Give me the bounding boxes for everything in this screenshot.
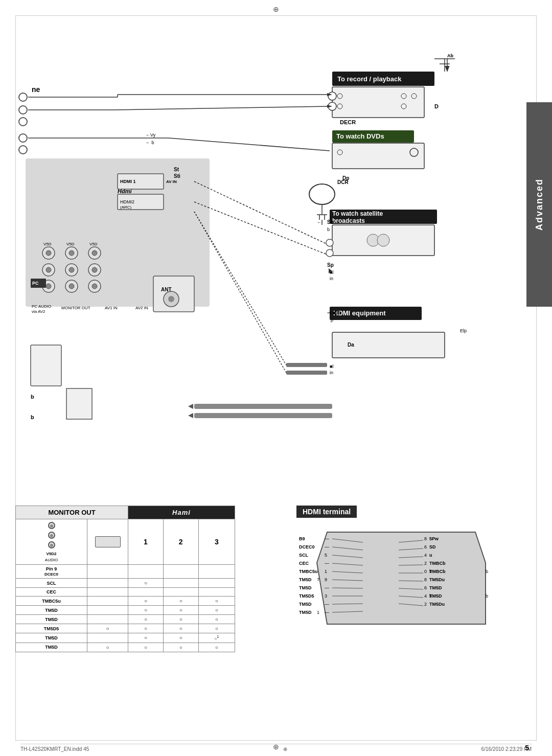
vcr-device — [332, 87, 424, 118]
record-label: To record / playback — [337, 75, 402, 83]
hdmi-cable-2 — [286, 371, 327, 375]
svg-text:CEC: CEC — [299, 561, 309, 566]
svg-text:b: b — [31, 414, 34, 420]
svg-rect-90 — [194, 404, 332, 409]
svg-text:Elp: Elp — [460, 328, 467, 333]
svg-text:0: 0 — [424, 569, 427, 574]
hdmi-connector-col — [87, 519, 128, 565]
svg-text:V5D: V5D — [66, 242, 75, 246]
svg-text:ne: ne — [32, 85, 40, 94]
svg-text:—: — — [325, 585, 329, 590]
svg-text:AV IN: AV IN — [166, 179, 177, 184]
svg-point-34 — [92, 250, 97, 256]
svg-text:DCEC0: DCEC0 — [299, 544, 315, 549]
registration-mark-bottom: ⊕ — [283, 746, 287, 752]
svg-text:—: — — [325, 536, 329, 541]
svg-text:TM5D: TM5D — [299, 610, 312, 615]
svg-text:5Pw: 5Pw — [429, 536, 439, 541]
svg-text:—: — — [325, 610, 329, 615]
row-pin9: Pin 9DCEC0 — [16, 565, 87, 579]
svg-text:9: 9 — [325, 577, 327, 582]
svg-text:TM5Du: TM5Du — [429, 577, 445, 582]
col-2: 2 — [163, 519, 198, 565]
dvd-label: To watch DVDs — [336, 132, 384, 140]
monitor-out-connectors: V5D2 AUDIO — [16, 519, 87, 565]
row-cec: CEC — [16, 588, 87, 597]
satellite-label: To watch satellite — [332, 210, 383, 217]
row-tm5d5: TM5D5 — [16, 624, 87, 633]
svg-text:Sti: Sti — [174, 173, 180, 179]
page-number: 5 — [525, 744, 529, 752]
svg-point-19 — [377, 234, 389, 246]
svg-text:DECR: DECR — [340, 119, 356, 125]
svg-text:8: 8 — [424, 536, 427, 541]
svg-text:—: — — [325, 561, 329, 566]
svg-text:D: D — [434, 103, 439, 109]
svg-text:V5D: V5D — [43, 242, 52, 246]
svg-point-44 — [69, 284, 74, 289]
svg-text:AV2 IN: AV2 IN — [135, 306, 148, 310]
svg-text:Da: Da — [348, 342, 354, 348]
svg-text:b: b — [31, 394, 34, 400]
svg-text:SCL: SCL — [299, 553, 309, 558]
monitor-out-header: MONITOR OUT — [16, 506, 128, 519]
hdmi-equipment-label: HDMI equipment — [333, 309, 386, 317]
svg-text:—: — — [325, 602, 329, 607]
svg-text:4: 4 — [424, 593, 427, 599]
svg-text:B9: B9 — [299, 536, 305, 541]
left-device — [31, 345, 61, 386]
svg-text:■l: ■l — [330, 364, 333, 369]
svg-point-58 — [19, 118, 27, 126]
svg-text:Sp: Sp — [327, 262, 334, 268]
svg-text:TM5D: TM5D — [429, 585, 442, 590]
row-tmbc5u: TMBC5u — [16, 597, 87, 606]
file-info: TH-L42S20KMRT_EN.indd 45 — [20, 746, 89, 752]
svg-line-65 — [112, 106, 330, 110]
svg-text:TM5D: TM5D — [429, 593, 442, 599]
svg-text:(ARC): (ARC) — [120, 205, 132, 210]
svg-text:TM5D5: TM5D5 — [299, 593, 314, 599]
svg-marker-93 — [188, 413, 193, 418]
svg-text:2: 2 — [424, 561, 427, 566]
svg-text:Ab: Ab — [447, 53, 453, 58]
svg-text:AV1 IN: AV1 IN — [105, 306, 118, 310]
svg-text:PC AUDIO: PC AUDIO — [32, 304, 51, 309]
svg-text:St: St — [174, 167, 179, 172]
svg-text:4: 4 — [424, 553, 427, 558]
main-diagram: To record / playback Ab To watch DVDs To… — [15, 31, 506, 465]
svg-point-46 — [92, 284, 97, 289]
col-1: 1 — [128, 519, 164, 565]
svg-text:HDMI 1: HDMI 1 — [120, 179, 136, 184]
svg-text:TM5Du: TM5Du — [429, 602, 445, 607]
row-scl: SCL — [16, 579, 87, 588]
svg-text:b: b — [486, 593, 488, 599]
svg-point-60 — [19, 146, 27, 154]
col-3: 3 — [198, 519, 235, 565]
svg-point-38 — [69, 267, 74, 272]
reg-mark-top: ⊕ — [272, 5, 280, 13]
svg-text:1: 1 — [317, 610, 319, 615]
dvd-device — [332, 143, 424, 169]
date-info: 6/16/2010 2:23:29 PM — [481, 746, 532, 752]
svg-text:—: — — [325, 544, 329, 549]
svg-text:TMBCb: TMBCb — [429, 561, 446, 566]
svg-point-57 — [19, 106, 27, 114]
svg-text:TM5D: TM5D — [299, 602, 312, 607]
svg-point-36 — [46, 267, 51, 272]
hdmi-terminal-title: HDMI terminal — [296, 506, 357, 518]
svg-text:TM5D: TM5D — [299, 585, 312, 590]
svg-text:Sb: Sb — [327, 219, 334, 225]
svg-text:HDMI2: HDMI2 — [120, 199, 134, 204]
svg-text:MONITOR OUT: MONITOR OUT — [61, 306, 90, 310]
svg-text:8: 8 — [424, 577, 427, 582]
svg-text:u: u — [429, 553, 432, 558]
svg-point-32 — [69, 250, 74, 256]
hdmi-header: Hami — [128, 506, 235, 519]
svg-text:in: in — [330, 276, 333, 281]
svg-point-5 — [328, 92, 336, 100]
svg-text:TM5D: TM5D — [299, 577, 312, 582]
svg-text:6: 6 — [424, 585, 427, 590]
svg-text:SD: SD — [429, 544, 436, 549]
bottom-connector — [66, 388, 92, 419]
svg-point-30 — [46, 250, 51, 256]
